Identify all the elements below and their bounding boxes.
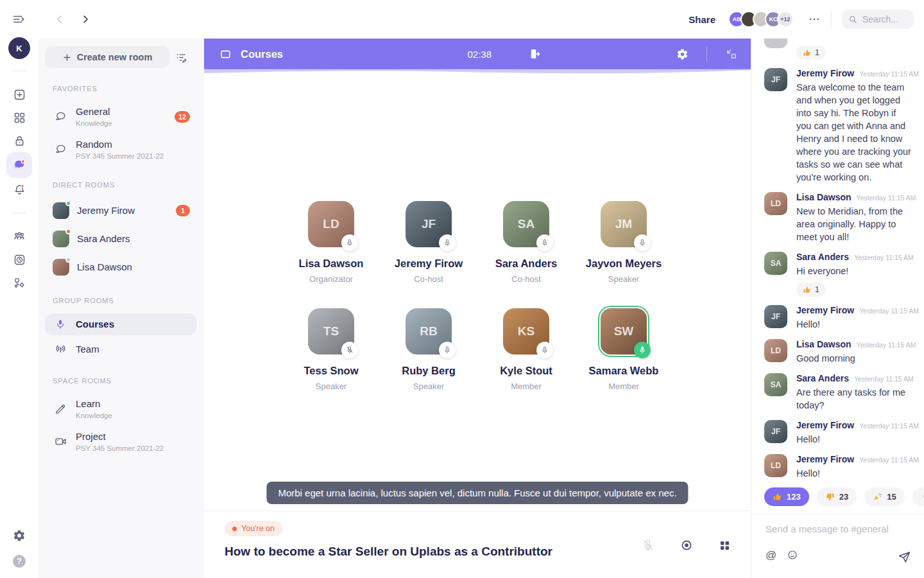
schedule-clock-icon[interactable] xyxy=(6,248,32,271)
forward-button[interactable] xyxy=(77,11,94,28)
mic-muted-icon[interactable] xyxy=(638,536,658,555)
search-icon xyxy=(848,14,858,24)
avatar: LD xyxy=(764,454,787,477)
party-icon xyxy=(873,492,882,502)
new-item-icon[interactable] xyxy=(6,83,32,106)
plus-icon xyxy=(62,53,72,62)
mic-on-icon[interactable] xyxy=(536,234,553,251)
help-icon[interactable]: ? xyxy=(6,552,32,570)
sidebar-item-lisa-dawson[interactable]: Lisa Dawson xyxy=(45,254,196,280)
sidebar-item-sara-anders[interactable]: Sara Anders xyxy=(45,226,196,252)
message-timestamp: Yesterday 11:15 AM xyxy=(859,307,919,315)
call-title: Courses xyxy=(241,48,283,60)
avatar: JF xyxy=(764,68,787,91)
message-author: Jeremy Firow xyxy=(796,420,854,430)
collapse-view-icon[interactable] xyxy=(725,48,738,60)
message-text: Hi all, excited for this class xyxy=(796,39,906,40)
message-text: Hello! xyxy=(796,318,912,331)
mention-icon[interactable]: @ xyxy=(766,550,776,561)
participant-tile[interactable]: LD Lisa Dawson Organizator xyxy=(282,201,380,284)
sidebar-item-random[interactable]: Random PSY 345 Summer 2021-22 xyxy=(45,134,196,164)
reaction-thumbs-up[interactable]: 123 xyxy=(764,487,809,506)
people-icon[interactable] xyxy=(6,225,32,248)
participant-role: Organizator xyxy=(282,274,380,284)
message-input[interactable] xyxy=(766,523,911,534)
mic-on-icon[interactable] xyxy=(536,342,553,358)
participant-name: Lisa Dawson xyxy=(282,258,380,270)
room-name: Project xyxy=(76,431,106,442)
chat-message: SA Sara AndersYesterday 11:15 AM Are the… xyxy=(764,373,912,412)
mic-active-icon[interactable] xyxy=(634,342,651,358)
chat-message-list[interactable]: Hi all, excited for this class 1 JF Jere… xyxy=(751,39,924,484)
participant-tile-speaking[interactable]: SW Samara Webb Member xyxy=(575,308,672,391)
rail-divider xyxy=(12,213,26,213)
leave-call-icon[interactable] xyxy=(529,48,542,60)
section-favorites: FAVORITES General Knowledge 12 xyxy=(45,85,196,164)
section-direct-rooms: DIRECT ROOMS Jeremy Firow 1 Sara Anders xyxy=(45,181,196,280)
emoji-icon[interactable] xyxy=(787,549,798,561)
mic-on-icon[interactable] xyxy=(439,234,456,251)
dm-name: Sara Anders xyxy=(77,233,130,244)
sidebar-item-team[interactable]: Team xyxy=(45,338,196,360)
sidebar-item-project[interactable]: Project PSY 345 Summer 2021-22 xyxy=(45,426,196,457)
room-tasklist-icon[interactable] xyxy=(175,46,196,68)
chat-message: JF Jeremy FirowYesterday 11:15 AM Hello! xyxy=(764,305,912,331)
workflow-icon[interactable] xyxy=(6,271,32,294)
participant-role: Member xyxy=(477,381,575,391)
message-text: New to Meridian, from the area originall… xyxy=(796,205,912,243)
participant-tile[interactable]: TS Tess Snow Speaker xyxy=(282,308,380,391)
reaction-thumbs-down[interactable]: 23 xyxy=(817,487,857,506)
sidebar-item-learn[interactable]: Learn Knowledge xyxy=(45,394,196,424)
create-new-room-button[interactable]: Create new room xyxy=(45,46,169,68)
unread-badge: 1 xyxy=(176,205,190,216)
participant-name: Ruby Berg xyxy=(380,365,477,377)
reaction-fire[interactable]: 3 xyxy=(912,487,924,506)
message-reaction-chip[interactable]: 1 xyxy=(796,283,826,297)
mic-on-icon[interactable] xyxy=(341,234,358,251)
message-text: Good morning xyxy=(796,352,912,365)
dashboard-icon[interactable] xyxy=(6,106,32,129)
reaction-party[interactable]: 15 xyxy=(864,487,904,506)
header-divider xyxy=(706,47,707,61)
message-author: Jeremy Firow xyxy=(796,454,854,464)
room-name: Team xyxy=(76,344,99,355)
notifications-bell-icon[interactable] xyxy=(6,178,32,201)
back-button[interactable] xyxy=(51,11,68,28)
reaction-bar: 123 23 15 3 xyxy=(751,484,924,514)
message-reaction-chip[interactable]: 1 xyxy=(796,46,826,60)
lock-icon[interactable] xyxy=(6,129,32,152)
sidebar-item-jeremy-firow[interactable]: Jeremy Firow 1 xyxy=(45,198,196,223)
participants-area: LD Lisa Dawson Organizator JF Jeremy Fir… xyxy=(204,75,751,511)
unread-badge: 12 xyxy=(175,111,190,123)
share-button[interactable]: Share xyxy=(689,14,715,25)
participant-tile[interactable]: RB Ruby Berg Speaker xyxy=(380,308,477,391)
room-subtitle: PSY 345 Summer 2021-22 xyxy=(76,152,190,160)
workspace-avatar[interactable]: K xyxy=(8,37,30,59)
participants-grid: LD Lisa Dawson Organizator JF Jeremy Fir… xyxy=(204,201,751,391)
more-options-icon[interactable] xyxy=(805,10,823,28)
avatar: SA xyxy=(764,373,787,396)
room-name: Random xyxy=(76,139,112,150)
mic-on-icon[interactable] xyxy=(439,342,456,358)
send-message-icon[interactable] xyxy=(898,550,911,564)
participant-avatar-stack[interactable]: AB KC +12 xyxy=(728,11,794,28)
sidebar-item-general[interactable]: General Knowledge 12 xyxy=(45,101,196,132)
settings-gear-icon[interactable] xyxy=(6,524,32,547)
participant-tile[interactable]: JM Jayvon Meyers Speaker xyxy=(575,201,672,284)
participant-tile[interactable]: JF Jeremy Firow Co-host xyxy=(380,201,477,284)
chats-icon[interactable] xyxy=(6,152,32,178)
participant-role: Speaker xyxy=(282,381,380,391)
pencil-icon xyxy=(53,403,68,416)
call-settings-gear-icon[interactable] xyxy=(676,48,689,60)
message-text: Hello! xyxy=(796,467,912,480)
grid-view-icon[interactable] xyxy=(715,536,734,555)
chat-bubble-icon xyxy=(53,143,68,156)
record-icon[interactable] xyxy=(677,536,696,555)
sidebar-item-courses[interactable]: Courses xyxy=(45,313,196,335)
mic-off-icon[interactable] xyxy=(341,342,358,358)
participant-tile[interactable]: SA Sara Anders Co-host xyxy=(477,201,575,284)
participant-tile[interactable]: KS Kyle Stout Member xyxy=(477,308,575,391)
sidebar-toggle-icon[interactable] xyxy=(10,10,29,29)
participant-role: Speaker xyxy=(575,274,672,284)
mic-on-icon[interactable] xyxy=(634,234,651,251)
